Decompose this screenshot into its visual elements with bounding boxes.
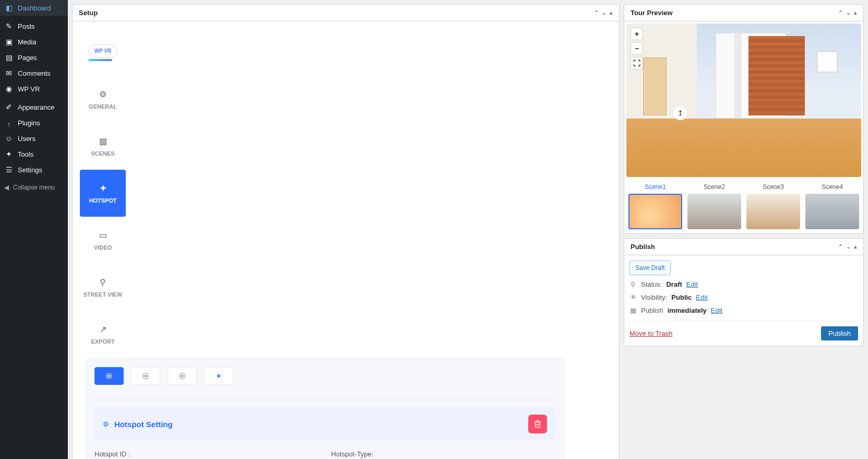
scene-thumb-2[interactable]: Scene2 xyxy=(687,183,741,229)
svg-point-1 xyxy=(108,375,110,377)
hotspot-step-add[interactable] xyxy=(204,367,233,385)
tab-streetview[interactable]: ⚲STREET VIEW xyxy=(80,264,126,311)
eye-icon: 👁 xyxy=(629,293,637,301)
status-edit-link[interactable]: Edit xyxy=(686,280,698,288)
tab-label: STREET VIEW xyxy=(84,291,123,298)
pin-icon: ⚲ xyxy=(629,280,637,288)
menu-label: Plugins xyxy=(18,119,40,127)
thumb-label: Scene2 xyxy=(687,183,741,191)
collapse-label: Collapse menu xyxy=(13,184,55,191)
arrow-up-icon: ↥ xyxy=(677,109,683,117)
thumb-image xyxy=(687,194,741,229)
menu-label: Media xyxy=(18,38,36,46)
hotspot-marker[interactable]: ↥ xyxy=(673,107,687,120)
scene-thumb-4[interactable]: Scene4 xyxy=(805,183,859,229)
thumb-image xyxy=(805,194,859,229)
plugin-icon: ⍚ xyxy=(4,119,14,127)
fullscreen-button[interactable]: ⛶ xyxy=(631,57,643,69)
visibility-value: Public xyxy=(671,293,692,301)
scene-thumb-1[interactable]: Scene1 xyxy=(628,183,682,229)
menu-label: Pages xyxy=(18,54,37,62)
menu-media[interactable]: ▣Media xyxy=(0,34,68,50)
zoom-out-button[interactable]: − xyxy=(631,42,643,55)
svg-point-3 xyxy=(145,375,147,377)
gear-icon: ⚙ xyxy=(99,89,106,99)
panel-toggle-icon[interactable]: ▴ xyxy=(610,9,613,16)
panel-up-icon[interactable]: ⌃ xyxy=(838,9,843,16)
status-value: Draft xyxy=(666,280,682,288)
target-icon: ✦ xyxy=(100,183,106,193)
pin-icon: ⚲ xyxy=(100,277,106,287)
tour-preview-panel: Tour Preview ⌃ ⌄ ▴ ↥ + − ⛶ xyxy=(624,4,864,234)
panel-title: Publish xyxy=(631,243,655,251)
menu-label: Posts xyxy=(18,22,35,30)
collapse-icon: ◀ xyxy=(4,184,9,191)
menu-appearance[interactable]: ✐Appearance xyxy=(0,99,68,115)
publish-button[interactable]: Publish xyxy=(821,326,858,340)
tab-label: VIDEO xyxy=(94,244,112,251)
panel-down-icon[interactable]: ⌄ xyxy=(846,9,851,16)
panel-up-icon[interactable]: ⌃ xyxy=(838,243,843,250)
hotspot-setting-title: Hotspot Setting xyxy=(114,420,173,429)
menu-label: WP VR xyxy=(18,85,40,93)
save-draft-button[interactable]: Save Draft xyxy=(629,261,671,275)
menu-label: Dashboard xyxy=(18,4,51,12)
menu-wpvr[interactable]: ◉WP VR xyxy=(0,81,68,97)
tab-label: EXPORT xyxy=(91,338,114,345)
collapse-menu[interactable]: ◀Collapse menu xyxy=(0,180,68,195)
tab-export[interactable]: ↗EXPORT xyxy=(80,311,126,358)
hotspot-setting-bar: ⚙ Hotspot Setting xyxy=(94,407,555,441)
hotspot-step-3[interactable] xyxy=(168,367,197,385)
comments-icon: ✉ xyxy=(4,69,14,77)
label-hotspot-type: Hotspot-Type: xyxy=(331,450,556,458)
publish-value: immediately xyxy=(668,307,707,314)
delete-hotspot-button[interactable] xyxy=(528,415,547,433)
menu-dashboard[interactable]: ◧Dashboard xyxy=(0,0,68,16)
media-icon: ▣ xyxy=(4,38,14,46)
menu-posts[interactable]: ✎Posts xyxy=(0,18,68,34)
scene-thumb-3[interactable]: Scene3 xyxy=(746,183,800,229)
panel-toggle-icon[interactable]: ▴ xyxy=(854,243,857,250)
svg-point-5 xyxy=(181,375,183,377)
tools-icon: ✦ xyxy=(4,150,14,158)
tab-label: HOTSPOT xyxy=(89,197,116,204)
panel-down-icon[interactable]: ⌄ xyxy=(602,9,607,16)
visibility-label: Visibility: xyxy=(641,293,667,301)
tab-video[interactable]: ▭VIDEO xyxy=(80,217,126,264)
logo-badge: WP VR xyxy=(88,44,118,58)
image-icon: ▧ xyxy=(99,136,107,146)
menu-label: Comments xyxy=(18,69,51,77)
menu-pages[interactable]: ▤Pages xyxy=(0,50,68,65)
move-to-trash-link[interactable]: Move to Trash xyxy=(629,329,672,337)
panel-up-icon[interactable]: ⌃ xyxy=(594,9,599,16)
menu-label: Settings xyxy=(18,166,42,174)
tab-hotspot[interactable]: ✦HOTSPOT xyxy=(80,170,126,217)
label-hotspot-id: Hotspot ID : xyxy=(94,450,319,458)
visibility-edit-link[interactable]: Edit xyxy=(696,293,707,301)
panel-down-icon[interactable]: ⌄ xyxy=(846,243,851,250)
tab-scenes[interactable]: ▧SCENES xyxy=(80,123,126,170)
menu-settings[interactable]: ☰Settings xyxy=(0,162,68,178)
panel-title: Setup xyxy=(79,9,98,17)
zoom-in-button[interactable]: + xyxy=(631,28,643,40)
menu-users[interactable]: ☺Users xyxy=(0,131,68,146)
menu-label: Appearance xyxy=(18,103,54,111)
panel-title: Tour Preview xyxy=(631,9,673,17)
tab-general[interactable]: ⚙GENERAL xyxy=(80,76,126,123)
dashboard-icon: ◧ xyxy=(4,4,14,12)
menu-label: Tools xyxy=(18,150,33,158)
menu-tools[interactable]: ✦Tools xyxy=(0,146,68,162)
panel-toggle-icon[interactable]: ▴ xyxy=(854,9,857,16)
thumb-image xyxy=(628,194,682,229)
preview-canvas[interactable]: ↥ + − ⛶ xyxy=(626,23,861,177)
thumb-label: Scene4 xyxy=(805,183,859,191)
hotspot-step-nav xyxy=(94,367,555,400)
hotspot-step-1[interactable] xyxy=(94,367,124,385)
wpvr-logo: WP VR xyxy=(80,29,126,76)
calendar-icon: ▦ xyxy=(629,307,637,314)
menu-plugins[interactable]: ⍚Plugins xyxy=(0,115,68,131)
menu-comments[interactable]: ✉Comments xyxy=(0,65,68,81)
setup-panel: Setup ⌃ ⌄ ▴ WP VR ⚙GENERAL xyxy=(72,4,620,459)
hotspot-step-2[interactable] xyxy=(131,367,160,385)
publish-edit-link[interactable]: Edit xyxy=(711,307,722,314)
